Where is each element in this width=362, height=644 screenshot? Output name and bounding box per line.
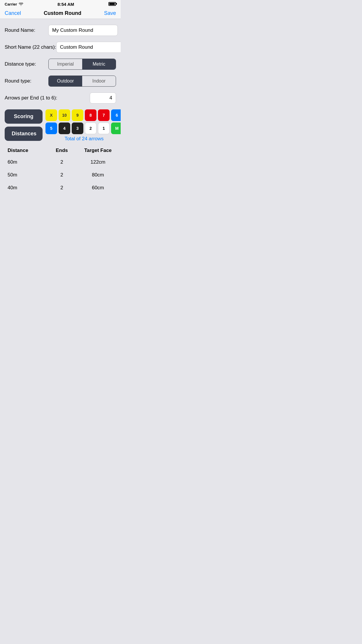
score-cell-4[interactable]: 4 xyxy=(59,123,70,134)
segment-imperial[interactable]: Imperial xyxy=(49,59,82,69)
save-button[interactable]: Save xyxy=(104,10,116,16)
round-type-row: Round type: Outdoor Indoor xyxy=(5,76,116,87)
short-name-label: Short Name (22 chars): xyxy=(5,44,56,50)
row3-distance: 40m xyxy=(5,185,44,191)
row3-face: 60cm xyxy=(80,185,116,191)
round-type-label: Round type: xyxy=(5,78,48,84)
arrows-per-end-row: Arrows per End (1 to 6): xyxy=(5,92,116,104)
distance-type-row: Distance type: Imperial Metric xyxy=(5,59,116,70)
scoring-button[interactable]: Scoring xyxy=(5,109,43,124)
short-name-input[interactable] xyxy=(56,42,121,53)
carrier: Carrier xyxy=(5,2,23,6)
score-cell-8[interactable]: 8 xyxy=(85,109,96,121)
total-arrows-label: Total of 24 arrows xyxy=(45,136,121,142)
distance-type-segmented: Imperial Metric xyxy=(48,59,116,70)
round-name-row: Round Name: xyxy=(5,25,116,36)
segment-indoor[interactable]: Indoor xyxy=(82,76,116,86)
score-cell-1[interactable]: 1 xyxy=(98,123,110,134)
arrows-per-end-label: Arrows per End (1 to 6): xyxy=(5,95,57,101)
round-type-segmented: Outdoor Indoor xyxy=(48,76,116,87)
col-distance-header: Distance xyxy=(5,148,44,153)
carrier-label: Carrier xyxy=(5,2,17,6)
content-area: Round Name: Short Name (22 chars): Dista… xyxy=(0,19,121,200)
cancel-button[interactable]: Cancel xyxy=(5,10,21,16)
score-cell-9[interactable]: 9 xyxy=(72,109,83,121)
row2-face: 80cm xyxy=(80,172,116,178)
segment-outdoor[interactable]: Outdoor xyxy=(49,76,82,86)
round-name-label: Round Name: xyxy=(5,27,48,33)
row1-distance: 60m xyxy=(5,159,44,165)
table-row[interactable]: 60m 2 122cm xyxy=(5,156,116,169)
score-cell-7[interactable]: 7 xyxy=(98,109,110,121)
distances-button[interactable]: Distances xyxy=(5,127,43,141)
table-row[interactable]: 40m 2 60cm xyxy=(5,181,116,194)
table-row[interactable]: 50m 2 80cm xyxy=(5,169,116,181)
score-cell-5[interactable]: 5 xyxy=(45,123,57,134)
score-cell-m[interactable]: M xyxy=(111,123,121,134)
battery-indicator xyxy=(108,2,116,7)
scoring-grid-col: X 10 9 8 7 6 5 4 3 2 1 M Total of 24 arr… xyxy=(45,109,121,142)
arrows-per-end-input[interactable] xyxy=(90,92,116,104)
score-cell-2[interactable]: 2 xyxy=(85,123,96,134)
row3-ends: 2 xyxy=(44,185,80,191)
action-buttons: Scoring Distances xyxy=(5,109,43,141)
col-ends-header: Ends xyxy=(44,148,80,153)
col-face-header: Target Face xyxy=(80,148,116,153)
status-bar: Carrier 8:54 AM xyxy=(0,0,121,8)
row1-ends: 2 xyxy=(44,159,80,165)
score-grid: X 10 9 8 7 6 5 4 3 2 1 M xyxy=(45,109,121,134)
score-cell-3[interactable]: 3 xyxy=(72,123,83,134)
score-cell-x[interactable]: X xyxy=(45,109,57,121)
table-header: Distance Ends Target Face xyxy=(5,148,116,156)
nav-bar: Cancel Custom Round Save xyxy=(0,8,121,19)
segment-metric[interactable]: Metric xyxy=(82,59,116,69)
row1-face: 122cm xyxy=(80,159,116,165)
row2-distance: 50m xyxy=(5,172,44,178)
mid-section: Scoring Distances X 10 9 8 7 6 5 4 3 2 1… xyxy=(5,109,116,142)
row2-ends: 2 xyxy=(44,172,80,178)
distances-table: Distance Ends Target Face 60m 2 122cm 50… xyxy=(5,148,116,194)
time-display: 8:54 AM xyxy=(57,2,74,7)
short-name-row: Short Name (22 chars): xyxy=(5,42,116,53)
score-cell-10[interactable]: 10 xyxy=(59,109,70,121)
score-cell-6[interactable]: 6 xyxy=(111,109,121,121)
wifi-icon xyxy=(19,3,23,6)
round-name-input[interactable] xyxy=(48,25,118,36)
page-title: Custom Round xyxy=(44,10,81,16)
distance-type-label: Distance type: xyxy=(5,61,48,67)
